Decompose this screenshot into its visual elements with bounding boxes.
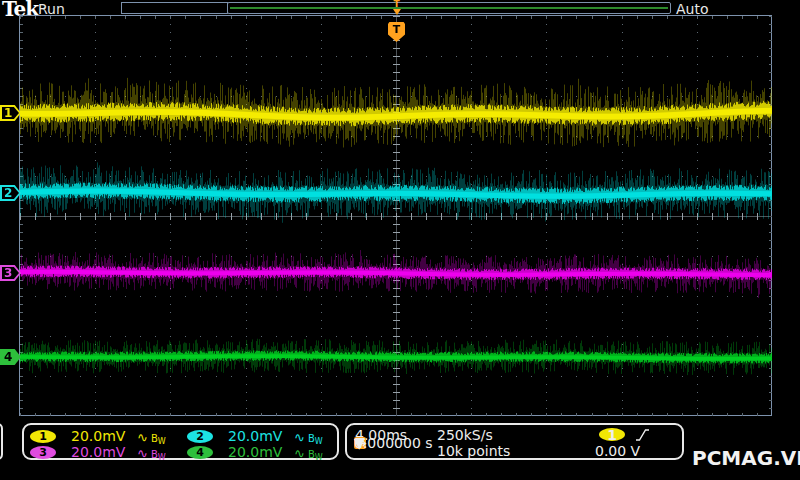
channel-2-scale: 20.0mV	[228, 428, 292, 444]
trigger-source-badge: 1	[599, 428, 625, 441]
record-line	[230, 7, 668, 9]
record-trigger-marker: T	[390, 0, 403, 15]
channel-4-badge: 4	[187, 446, 213, 459]
trigger-flag-label: T	[388, 23, 405, 36]
record-trigger-label: T	[390, 0, 403, 9]
channel-readout-box: 1 20.0mV ∿BW 2 20.0mV ∿BW 3 20.0mV ∿BW 4…	[22, 423, 339, 460]
rising-edge-icon	[635, 428, 650, 442]
channel-3-scale: 20.0mV	[71, 444, 135, 460]
sample-rate: 250kS/s	[437, 427, 493, 443]
trigger-level: 0.00 V	[595, 443, 640, 459]
trigger-position-flag: T	[388, 22, 405, 42]
channel-4-scale: 20.0mV	[228, 444, 292, 460]
channel-4-coupling: ∿BW	[294, 443, 323, 462]
channel-2-badge: 2	[187, 430, 213, 443]
channel-3-readout: 3 20.0mV ∿BW	[30, 444, 166, 460]
channel-3-coupling: ∿BW	[137, 443, 166, 462]
channel-1-badge: 1	[30, 430, 56, 443]
oscilloscope-screen: Tek Run T Auto T 1 2 3 4 1	[0, 0, 800, 480]
channel-4-marker-label: 4	[4, 349, 12, 365]
edge-box-fragment	[0, 423, 3, 460]
channel-3-badge: 3	[30, 446, 56, 459]
waveform-canvas	[20, 16, 772, 416]
channel-1-scale: 20.0mV	[71, 428, 135, 444]
channel-2-marker-label: 2	[4, 185, 12, 201]
channel-4-readout: 4 20.0mV ∿BW	[187, 444, 323, 460]
channel-4-marker: 4	[0, 349, 21, 365]
record-length: 10k points	[437, 443, 510, 459]
record-view-bar	[227, 2, 671, 14]
channel-3-marker-label: 3	[4, 265, 12, 281]
channel-1-marker-label: 1	[4, 105, 12, 121]
watermark: PCMAG.VN	[692, 446, 800, 470]
bandwidth-limit-icon: B	[308, 449, 315, 460]
ac-coupling-icon: ∿	[294, 446, 305, 461]
trigger-position-value: 0.000000 s	[354, 435, 433, 451]
channel-3-marker: 3	[0, 265, 21, 281]
channel-1-marker: 1	[0, 105, 21, 121]
horizontal-trigger-readout-box: 4.00ms 250kS/s 10k points 1 0.00 V T → ▼…	[345, 423, 684, 460]
bandwidth-limit-icon: B	[151, 449, 158, 460]
record-view-left-box	[121, 2, 228, 14]
ac-coupling-icon: ∿	[137, 446, 148, 461]
channel-2-marker: 2	[0, 185, 21, 201]
